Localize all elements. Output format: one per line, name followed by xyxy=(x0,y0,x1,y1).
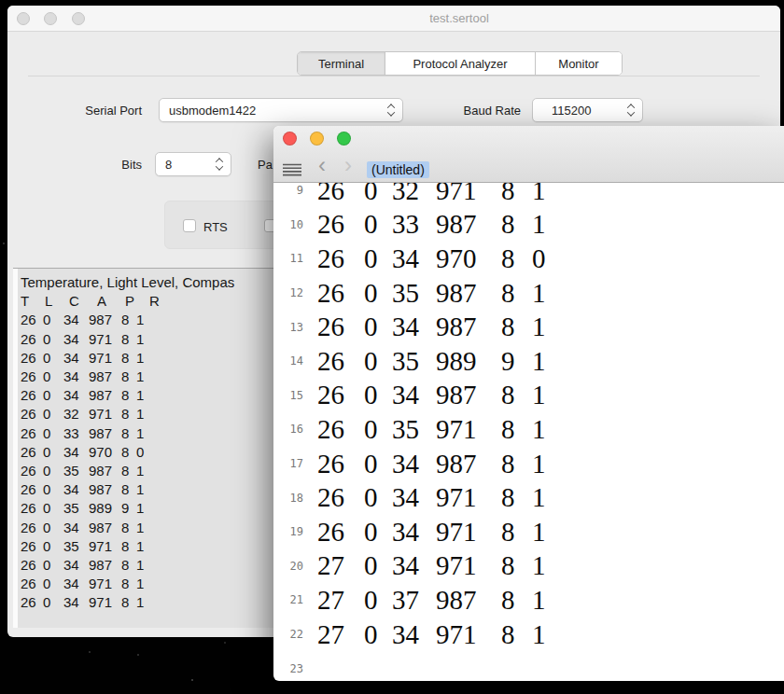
main-window-titlebar[interactable]: test.sertool xyxy=(7,6,780,32)
log-line: 152603498781 xyxy=(273,379,784,413)
terminal-output-text: Temperature, Light Level, CompasTLCAPR26… xyxy=(21,273,234,613)
desktop-speck xyxy=(224,642,226,644)
baud-rate-label: Baud Rate xyxy=(429,104,521,118)
line-values: 2603398781 xyxy=(317,209,551,240)
line-number: 22 xyxy=(273,628,303,641)
line-number: 23 xyxy=(273,662,303,675)
line-values: 2603598991 xyxy=(317,346,551,377)
terminal-data-row: 2603498781 xyxy=(21,368,234,386)
log-line: 102603398781 xyxy=(273,208,784,243)
back-chevron-icon[interactable]: ‹ xyxy=(318,154,326,176)
close-button-inactive[interactable] xyxy=(17,12,30,25)
terminal-data-row: 2603498781 xyxy=(21,480,234,499)
zoom-button[interactable] xyxy=(337,132,351,146)
rts-checkbox[interactable] xyxy=(183,219,196,232)
terminal-data-row: 2603297181 xyxy=(21,405,234,423)
terminal-data-row: 2603498781 xyxy=(21,311,234,329)
terminal-data-row: 2603597181 xyxy=(21,537,234,556)
terminal-data-row: 2603498781 xyxy=(21,556,234,575)
terminal-data-row: 2603598991 xyxy=(21,499,234,518)
line-number: 13 xyxy=(273,321,303,334)
log-line: 142603598991 xyxy=(273,344,784,379)
minimize-button[interactable] xyxy=(310,132,324,146)
log-line: 212703798781 xyxy=(273,583,784,618)
terminal-data-row: 2603497181 xyxy=(21,593,234,612)
log-line: 182603497181 xyxy=(273,480,784,515)
line-values: 2603598781 xyxy=(317,278,551,309)
line-number: 21 xyxy=(273,593,303,606)
tab-content-divider xyxy=(28,76,760,76)
terminal-data-row: 2603498781 xyxy=(21,519,234,537)
tab-bar: Terminal Protocol Analyzer Monitor xyxy=(297,51,623,76)
line-number: 9 xyxy=(273,184,303,197)
terminal-column-header: TLCAPR xyxy=(21,292,234,311)
document-title-selected[interactable]: (Untitled) xyxy=(367,161,429,178)
window-title: test.sertool xyxy=(73,11,784,25)
terminal-header-line: Temperature, Light Level, Compas xyxy=(21,273,234,292)
line-number: 15 xyxy=(273,389,303,402)
log-line: 222703497181 xyxy=(273,618,784,652)
log-line: 192603497181 xyxy=(273,515,784,549)
line-values: 2603497181 xyxy=(317,482,551,513)
line-number: 20 xyxy=(273,560,303,573)
hamburger-menu-icon[interactable] xyxy=(283,163,301,176)
popup-stepper-icon xyxy=(213,153,226,175)
untitled-window: 9260329718110260339878111260349708012260… xyxy=(273,126,784,681)
line-values: 2603498781 xyxy=(317,380,551,410)
forward-chevron-icon[interactable]: › xyxy=(344,154,352,176)
desktop-speck xyxy=(137,654,139,656)
line-number: 18 xyxy=(273,492,303,505)
line-number: 12 xyxy=(273,286,303,299)
line-number: 17 xyxy=(273,457,303,470)
terminal-data-row: 2603498781 xyxy=(21,386,234,405)
serial-port-popup[interactable]: usbmodem1422 xyxy=(159,98,403,122)
line-values: 2603597181 xyxy=(317,414,551,445)
terminal-data-row: 2603497080 xyxy=(21,443,234,462)
desktop-speck xyxy=(191,679,193,681)
log-line: 202703497181 xyxy=(273,549,784,584)
log-line: 172603498781 xyxy=(273,447,784,481)
line-number: 19 xyxy=(273,525,303,538)
popup-stepper-icon xyxy=(385,99,398,121)
line-values: 2603497181 xyxy=(317,517,551,548)
line-number: 10 xyxy=(273,218,303,231)
line-values: 2703497181 xyxy=(317,550,551,581)
tab-monitor[interactable]: Monitor xyxy=(536,52,622,75)
desktop-speck xyxy=(89,651,91,653)
bits-popup[interactable]: 8 xyxy=(155,152,231,176)
terminal-output-left-strip xyxy=(13,269,18,628)
serial-port-value: usbmodem1422 xyxy=(169,104,256,118)
line-values: 2603498781 xyxy=(317,312,551,342)
desktop-speck xyxy=(3,243,5,244)
terminal-data-row: 2603497181 xyxy=(21,575,234,593)
baud-rate-value: 115200 xyxy=(552,104,591,118)
log-line: 112603497080 xyxy=(273,242,784,276)
line-values: 2603498781 xyxy=(317,449,551,479)
tab-protocol-analyzer[interactable]: Protocol Analyzer xyxy=(385,52,536,75)
bits-label: Bits xyxy=(56,158,142,172)
terminal-data-row: 2603398781 xyxy=(21,424,234,443)
terminal-data-row: 2603497181 xyxy=(21,330,234,349)
log-lines: 9260329718110260339878111260349708012260… xyxy=(273,174,784,681)
rts-checkbox-label: RTS xyxy=(203,220,228,234)
line-number: 14 xyxy=(273,354,303,368)
desktop: test.sertool Terminal Protocol Analyzer … xyxy=(0,0,784,694)
line-number: 16 xyxy=(273,423,303,436)
untitled-window-toolbar[interactable]: ‹ › (Untitled) xyxy=(273,126,784,183)
line-values: 2603497080 xyxy=(317,243,551,274)
log-line: 23 xyxy=(273,651,784,681)
close-button[interactable] xyxy=(283,132,297,146)
serial-port-label: Serial Port xyxy=(37,104,142,118)
bits-value: 8 xyxy=(165,158,172,172)
popup-stepper-icon xyxy=(624,99,637,121)
log-line: 122603598781 xyxy=(273,276,784,311)
log-line: 162603597181 xyxy=(273,412,784,447)
line-values: 2703497181 xyxy=(317,619,551,650)
line-values: 2703798781 xyxy=(317,585,551,616)
terminal-data-row: 2603497181 xyxy=(21,349,234,368)
terminal-data-row: 2603598781 xyxy=(21,462,234,480)
line-number: 11 xyxy=(273,252,303,265)
tab-terminal[interactable]: Terminal xyxy=(298,52,385,75)
minimize-button-inactive[interactable] xyxy=(44,12,57,25)
baud-rate-popup[interactable]: 115200 xyxy=(532,98,643,122)
